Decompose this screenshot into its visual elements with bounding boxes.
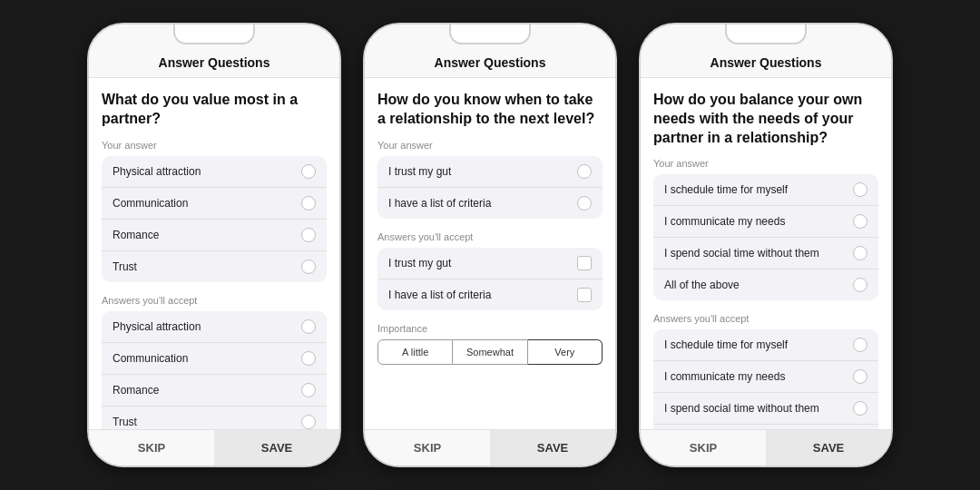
your-answer-group: I trust my gutI have a list of criteria (377, 156, 603, 219)
radio-icon[interactable] (853, 338, 867, 352)
radio-icon[interactable] (301, 228, 316, 242)
phone-notch (725, 24, 807, 44)
answer-text: Communication (113, 197, 188, 210)
accept-item[interactable]: Physical attraction (102, 311, 327, 343)
phones-container: Answer QuestionsWhat do you value most i… (87, 23, 893, 467)
accept-item[interactable]: I communicate my needs (653, 361, 878, 393)
accept-text: I communicate my needs (664, 370, 785, 383)
radio-icon[interactable] (853, 369, 867, 384)
answer-item[interactable]: Trust (102, 251, 327, 282)
answer-item[interactable]: All of the above (653, 270, 878, 300)
phone-header: Answer Questions (89, 50, 339, 78)
screen-scroll: How do you balance your own needs with t… (641, 78, 891, 429)
answer-text: All of the above (664, 279, 740, 291)
phone-screen: How do you know when to take a relations… (365, 78, 615, 429)
radio-icon[interactable] (301, 260, 316, 274)
accepts-label: Answers you'll accept (377, 231, 603, 242)
question-text: How do you balance your own needs with t… (653, 91, 878, 147)
accept-item[interactable]: Communication (102, 343, 327, 375)
save-button[interactable]: SAVE (214, 430, 339, 466)
radio-icon[interactable] (853, 278, 867, 292)
your-answer-label: Your answer (377, 140, 603, 151)
screen-title: Answer Questions (103, 55, 325, 70)
skip-button[interactable]: SKIP (641, 430, 766, 466)
answer-item[interactable]: Communication (102, 188, 327, 220)
phone-screen: What do you value most in a partner?Your… (89, 78, 339, 429)
answer-text: I schedule time for myself (664, 183, 788, 196)
checkbox-icon[interactable] (577, 256, 592, 270)
save-button[interactable]: SAVE (490, 430, 615, 466)
your-answer-label: Your answer (102, 140, 327, 151)
accept-text: I schedule time for myself (664, 338, 788, 351)
checkbox-icon[interactable] (577, 288, 592, 302)
phone-2: Answer QuestionsHow do you know when to … (363, 23, 617, 467)
question-text: What do you value most in a partner? (102, 91, 327, 129)
answer-item[interactable]: I trust my gut (377, 156, 603, 188)
accepts-answer-group: I trust my gutI have a list of criteria (377, 248, 603, 310)
your-answer-group: I schedule time for myselfI communicate … (653, 174, 878, 300)
accept-item[interactable]: I trust my gut (377, 248, 603, 279)
accept-text: Trust (113, 416, 137, 428)
your-answer-group: Physical attractionCommunicationRomanceT… (102, 156, 327, 282)
radio-icon[interactable] (853, 182, 867, 197)
phone-footer: SKIPSAVE (89, 429, 339, 466)
phone-notch (173, 24, 255, 44)
radio-icon[interactable] (853, 246, 867, 260)
answer-text: Trust (113, 260, 137, 273)
radio-icon[interactable] (301, 383, 316, 397)
screen-title: Answer Questions (655, 55, 877, 70)
accepts-answer-group: Physical attractionCommunicationRomanceT… (102, 311, 327, 429)
answer-item[interactable]: I spend social time without them (653, 238, 878, 270)
radio-icon[interactable] (853, 214, 867, 229)
importance-label: Importance (377, 323, 603, 334)
answer-text: I communicate my needs (664, 215, 785, 228)
phone-header: Answer Questions (365, 50, 615, 78)
importance-btn-very[interactable]: Very (528, 339, 603, 365)
answer-item[interactable]: I have a list of criteria (377, 188, 603, 219)
accepts-label: Answers you'll accept (653, 313, 878, 324)
question-text: How do you know when to take a relations… (377, 91, 603, 129)
skip-button[interactable]: SKIP (89, 430, 214, 466)
accept-text: I spend social time without them (664, 402, 819, 415)
answer-text: I spend social time without them (664, 247, 819, 260)
screen-scroll: What do you value most in a partner?Your… (89, 78, 339, 429)
answer-item[interactable]: Physical attraction (102, 156, 327, 188)
phone-footer: SKIPSAVE (365, 429, 615, 466)
accept-item[interactable]: I schedule time for myself (653, 329, 878, 361)
phone-footer: SKIPSAVE (641, 429, 891, 466)
save-button[interactable]: SAVE (766, 430, 891, 466)
accept-text: Communication (113, 352, 188, 365)
radio-icon[interactable] (301, 415, 316, 429)
skip-button[interactable]: SKIP (365, 430, 490, 466)
radio-icon[interactable] (577, 164, 592, 179)
importance-group: A littleSomewhatVery (377, 339, 603, 365)
screen-scroll: How do you know when to take a relations… (365, 78, 615, 429)
phone-3: Answer QuestionsHow do you balance your … (639, 23, 893, 467)
accept-item[interactable]: I spend social time without them (653, 393, 878, 425)
phone-screen: How do you balance your own needs with t… (641, 78, 891, 429)
radio-icon[interactable] (301, 164, 316, 179)
accept-item[interactable]: Trust (102, 407, 327, 429)
accept-text: I have a list of criteria (388, 289, 491, 301)
radio-icon[interactable] (301, 351, 316, 366)
answer-text: Romance (113, 229, 159, 241)
accept-item[interactable]: I have a list of criteria (377, 279, 603, 310)
phone-notch (449, 24, 531, 44)
radio-icon[interactable] (577, 196, 592, 211)
answer-item[interactable]: I schedule time for myself (653, 174, 878, 206)
answer-text: I trust my gut (388, 165, 451, 178)
answer-text: Physical attraction (113, 165, 201, 178)
screen-title: Answer Questions (379, 55, 601, 70)
phone-1: Answer QuestionsWhat do you value most i… (87, 23, 341, 467)
radio-icon[interactable] (301, 196, 316, 211)
importance-btn-somewhat[interactable]: Somewhat (453, 339, 527, 365)
answer-item[interactable]: Romance (102, 220, 327, 251)
accepts-label: Answers you'll accept (102, 295, 327, 306)
radio-icon[interactable] (301, 319, 316, 334)
accept-item[interactable]: Romance (102, 375, 327, 407)
accepts-answer-group: I schedule time for myselfI communicate … (653, 329, 878, 429)
accept-text: I trust my gut (388, 257, 451, 270)
answer-item[interactable]: I communicate my needs (653, 206, 878, 238)
importance-btn-a-little[interactable]: A little (377, 339, 453, 365)
radio-icon[interactable] (853, 401, 867, 416)
